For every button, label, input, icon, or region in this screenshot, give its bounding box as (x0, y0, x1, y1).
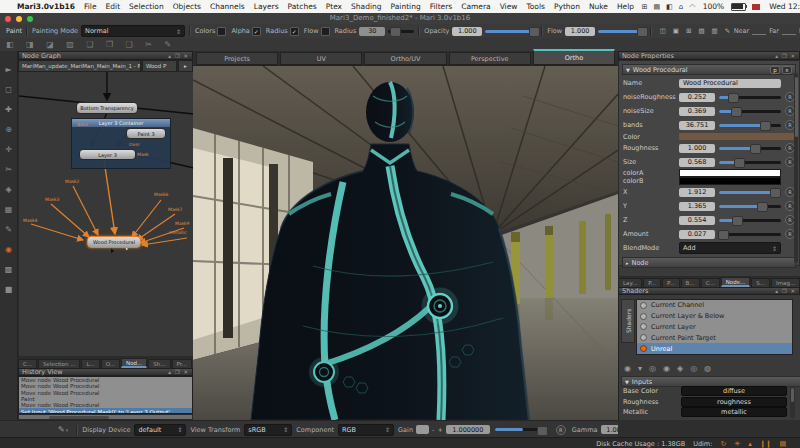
shaders-panel-titlebar[interactable]: Shaders ▴ ❐ ✕ (618, 287, 800, 295)
node-properties-titlebar[interactable]: Node Properties ▴ ❐ ✕ (618, 51, 800, 60)
node-layer3[interactable]: Layer 3 (79, 149, 136, 160)
prop-slider-handle-y[interactable] (757, 202, 768, 212)
menu-item-layers[interactable]: Layers (254, 2, 279, 11)
viewport-3d-scene[interactable] (193, 66, 618, 420)
menu-item-patches[interactable]: Patches (288, 2, 317, 11)
shader-radio-current-layer[interactable] (640, 323, 647, 330)
mask-icon[interactable]: ▧ (698, 27, 704, 35)
slice-tool-icon[interactable]: ✂ (5, 165, 12, 174)
menu-item-file[interactable]: File (84, 2, 97, 11)
history-panel-titlebar[interactable]: History View ▴ ❐ ✕ (18, 368, 193, 376)
gain-plus-button[interactable]: + (437, 426, 442, 434)
prop-field-noisesize[interactable]: 0.369 (679, 107, 715, 116)
menu-item-help[interactable]: Help (617, 2, 634, 11)
node-graph-panel-titlebar[interactable]: Node Graph ▴ ❐ ✕ (18, 51, 193, 60)
shader-flat-icon[interactable]: ◎ (649, 364, 656, 373)
shader-item-current-paint-target[interactable]: Current Paint Target (637, 332, 792, 343)
dropdown-caret-icon[interactable]: ▾ (66, 427, 69, 433)
prop-slider-handle-z[interactable] (732, 216, 743, 226)
menu-item-view[interactable]: View (500, 2, 518, 11)
tab-overflow-arrow[interactable]: ▸ (178, 60, 193, 72)
node-graph-canvas[interactable]: Mask4Mask3Mask2Mask5Mask6Mask7Mask9metal… (18, 72, 194, 356)
doc-new-icon[interactable]: ❏ (86, 40, 93, 49)
opacity-slider[interactable] (485, 30, 537, 33)
pin-properties-button[interactable]: p (770, 66, 780, 74)
opacity-field[interactable]: 1.000 (452, 27, 482, 36)
shader-item-current-layer[interactable]: Current Layer (637, 322, 792, 333)
keyboard-icon[interactable]: ▤ (653, 3, 660, 11)
gradient-icon[interactable]: ◧ (6, 40, 14, 49)
wave-icon[interactable]: ✳ (734, 440, 740, 448)
spaces-icon[interactable]: ⊞ (642, 3, 648, 11)
right-tab-c-4[interactable]: C... (701, 278, 720, 287)
properties-vscrollbar[interactable] (794, 73, 798, 263)
gain-field[interactable]: 1.000000 (446, 425, 490, 434)
view-transform-select[interactable]: sRGB⇕ (244, 424, 292, 436)
prop-field-noiseroughness[interactable]: 0.252 (679, 93, 715, 102)
pipette-icon[interactable]: ✎ (164, 40, 171, 49)
checkbox-colors[interactable] (217, 27, 226, 36)
right-tab-p-2[interactable]: P... (662, 278, 680, 287)
viewport-tab-uv[interactable]: UV (280, 52, 362, 65)
close-properties-button[interactable]: x (782, 66, 792, 74)
checkbox-alpha[interactable]: ✓ (252, 27, 261, 36)
paint-through-icon[interactable]: ✎ (58, 425, 65, 434)
blur2-icon[interactable]: ▨ (66, 40, 74, 49)
shader-radio-unreal[interactable] (640, 345, 647, 352)
right-tab-lay-0[interactable]: Lay... (618, 278, 642, 287)
shader-radio-current-layer-below[interactable] (640, 313, 647, 320)
prop-field-name[interactable]: Wood Procedural (679, 79, 781, 88)
checkbox-radius[interactable]: ✓ (290, 27, 299, 36)
airplay-icon[interactable]: ⌂ (679, 3, 683, 11)
user-icon[interactable]: ▴ (748, 440, 752, 448)
prop-slider-handle-noiseroughness[interactable] (728, 93, 739, 103)
shader-env-icon[interactable]: ◈ (677, 364, 683, 373)
left-tab-nod-4[interactable]: Nod... (121, 358, 147, 368)
painting-mode-select[interactable]: Normal⇕ (81, 25, 185, 37)
shader-dropdown-icon[interactable]: ▾ (638, 364, 642, 373)
menu-item-edit[interactable]: Edit (106, 2, 121, 11)
menu-item-shading[interactable]: Shading (351, 2, 381, 11)
menu-item-camera[interactable]: Camera (461, 2, 490, 11)
prop-field-y[interactable]: 1.365 (679, 202, 715, 211)
right-tab-b-3[interactable]: B... (681, 278, 700, 287)
right-tab-imag-7[interactable]: Imag... (771, 278, 800, 287)
viewport-tab-ortho[interactable]: Ortho (533, 49, 615, 65)
input-value-base-color[interactable]: diffuse (681, 386, 787, 396)
right-tab-node-5[interactable]: Node... (721, 277, 751, 287)
viewport-tab-projects[interactable]: Projects (196, 52, 278, 65)
prop-slider-handle-size[interactable] (734, 158, 745, 168)
prop-slider-z[interactable] (719, 219, 781, 222)
menu-item-python[interactable]: Python (554, 2, 580, 11)
prop-slider-handle-bands[interactable] (760, 121, 771, 131)
left-tab-c-0[interactable]: C... (18, 359, 37, 368)
node-paint3[interactable]: Paint 3 (126, 128, 166, 139)
viewport-tab-perspective[interactable]: Perspective (449, 52, 531, 65)
menu-item-tools[interactable]: Tools (526, 2, 544, 11)
prop-swatch-colora[interactable] (679, 169, 781, 177)
shaders-side-tab[interactable]: Shaders (621, 299, 635, 343)
paint-tool-icon[interactable]: ✚ (5, 105, 12, 114)
component-select[interactable]: RGB⇕ (338, 424, 394, 436)
prop-field-z[interactable]: 0.554 (679, 216, 715, 225)
mirror-icon[interactable]: ◫ (660, 27, 666, 35)
doc-save-icon[interactable]: ❑ (126, 40, 133, 49)
node-graph-tab-wood[interactable]: Wood P (142, 60, 177, 72)
input-value-metallic[interactable]: metallic (681, 407, 787, 417)
history-list[interactable]: Move node Wood ProceduralMove node Wood … (18, 376, 193, 414)
input-value-roughness[interactable]: roughness (681, 397, 787, 407)
shader-item-current-layer-below[interactable]: Current Layer & Below (637, 311, 792, 322)
menu-item-painting[interactable]: Painting (391, 2, 421, 11)
eraser-icon[interactable]: ✎ (725, 27, 730, 35)
flow-slider[interactable] (598, 30, 646, 33)
marquee-tool-icon[interactable]: ◻ (5, 85, 12, 94)
note-tool-icon[interactable]: ✎ (5, 225, 12, 234)
prop-slider-bands[interactable] (719, 124, 781, 127)
prop-slider-amount[interactable] (719, 233, 781, 236)
prop-slider-handle-x[interactable] (770, 188, 781, 198)
prop-field-size[interactable]: 0.568 (679, 158, 715, 167)
menu-item-mari3-0v1b16[interactable]: Mari3.0v1b16 (17, 2, 75, 11)
node-bottom-transparency[interactable]: Bottom Transparency (76, 102, 138, 114)
refresh-icon[interactable]: ↻ (720, 440, 726, 448)
document-icon[interactable]: ▤ (779, 440, 786, 448)
